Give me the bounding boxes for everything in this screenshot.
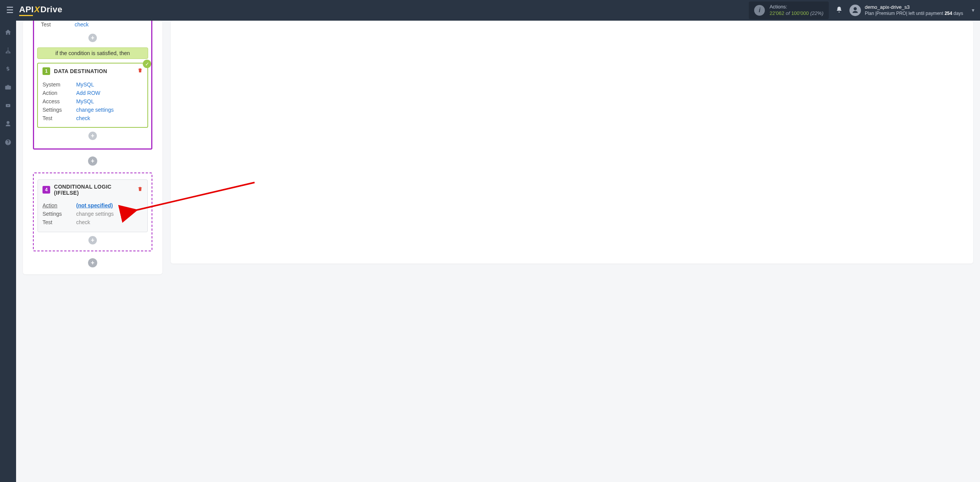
actions-label: Actions: <box>769 4 823 10</box>
help-icon[interactable] <box>4 138 12 146</box>
menu-toggle[interactable]: ☰ <box>5 4 15 17</box>
logo-x: X <box>34 5 40 14</box>
logo-underline <box>19 15 33 16</box>
check-icon: ✓ <box>143 60 151 68</box>
actions-count: 22'062 <box>769 10 784 16</box>
workflow-panel: Test check + if the condition is satisfi… <box>23 21 162 274</box>
actions-pct: (22%) <box>810 10 823 16</box>
avatar-icon <box>849 5 861 16</box>
cl-action-label: Action <box>42 202 76 208</box>
cl-settings-value: change settings <box>76 211 114 217</box>
youtube-icon[interactable] <box>4 102 12 109</box>
actions-counter[interactable]: i Actions: 22'062 of 100'000 (22%) <box>749 2 829 19</box>
cl-number: 4 <box>42 186 50 194</box>
briefcase-icon[interactable] <box>4 83 12 91</box>
settings-label: Settings <box>42 107 76 113</box>
info-icon: i <box>754 5 765 16</box>
trash-icon[interactable] <box>137 186 143 194</box>
user-name: demo_apix-drive_s3 <box>865 4 963 11</box>
test-check-link[interactable]: check <box>75 21 89 28</box>
settings-value[interactable]: change settings <box>76 107 114 113</box>
add-block-button-2[interactable]: + <box>88 258 97 267</box>
cl-settings-label: Settings <box>42 211 76 217</box>
user-icon[interactable] <box>4 120 12 128</box>
logo[interactable]: APIXDrive <box>19 5 62 16</box>
add-inner-step-button[interactable]: + <box>88 236 97 244</box>
dollar-icon[interactable] <box>4 65 12 73</box>
data-destination-card: ✓ 1 DATA DESTINATION SystemMySQL ActionA… <box>37 63 148 128</box>
conditional-logic-block: Test check + if the condition is satisfi… <box>33 21 152 150</box>
action-value[interactable]: Add ROW <box>76 90 100 96</box>
actions-of: of <box>786 10 790 16</box>
action-label: Action <box>42 90 76 96</box>
actions-total: 100'000 <box>791 10 809 16</box>
trash-icon[interactable] <box>137 67 143 75</box>
dest-title: DATA DESTINATION <box>54 68 137 74</box>
user-menu[interactable]: demo_apix-drive_s3 Plan |Premium PRO| le… <box>849 4 975 16</box>
add-block-button[interactable]: + <box>88 156 97 166</box>
system-value[interactable]: MySQL <box>76 81 94 88</box>
access-label: Access <box>42 98 76 104</box>
logo-api: API <box>19 5 34 14</box>
chevron-down-icon: ▼ <box>971 8 975 13</box>
cl-title: CONDITIONAL LOGIC (IF/ELSE) <box>54 184 137 196</box>
add-step-button[interactable]: + <box>88 34 97 42</box>
dest-test-label: Test <box>42 115 76 121</box>
logo-drive: Drive <box>40 5 62 14</box>
test-label: Test <box>41 21 75 28</box>
dest-test-value[interactable]: check <box>76 115 90 121</box>
cl-test-value: check <box>76 219 90 225</box>
access-value[interactable]: MySQL <box>76 98 94 104</box>
cl-action-value[interactable]: (not specified) <box>76 202 113 208</box>
add-step-button-2[interactable]: + <box>88 132 97 140</box>
details-panel <box>171 21 973 264</box>
sidebar <box>0 21 16 482</box>
notifications-icon[interactable] <box>836 6 843 15</box>
cl-test-label: Test <box>42 219 76 225</box>
system-label: System <box>42 81 76 88</box>
new-conditional-block: 4 CONDITIONAL LOGIC (IF/ELSE) Action(not… <box>33 173 152 251</box>
condition-satisfied-label: if the condition is satisfied, then <box>37 47 148 59</box>
dest-number: 1 <box>42 67 50 75</box>
user-plan: Plan |Premium PRO| left until payment 25… <box>865 11 963 17</box>
topbar: ☰ APIXDrive i Actions: 22'062 of 100'000… <box>0 0 980 21</box>
home-icon[interactable] <box>4 28 12 36</box>
sitemap-icon[interactable] <box>4 47 12 54</box>
